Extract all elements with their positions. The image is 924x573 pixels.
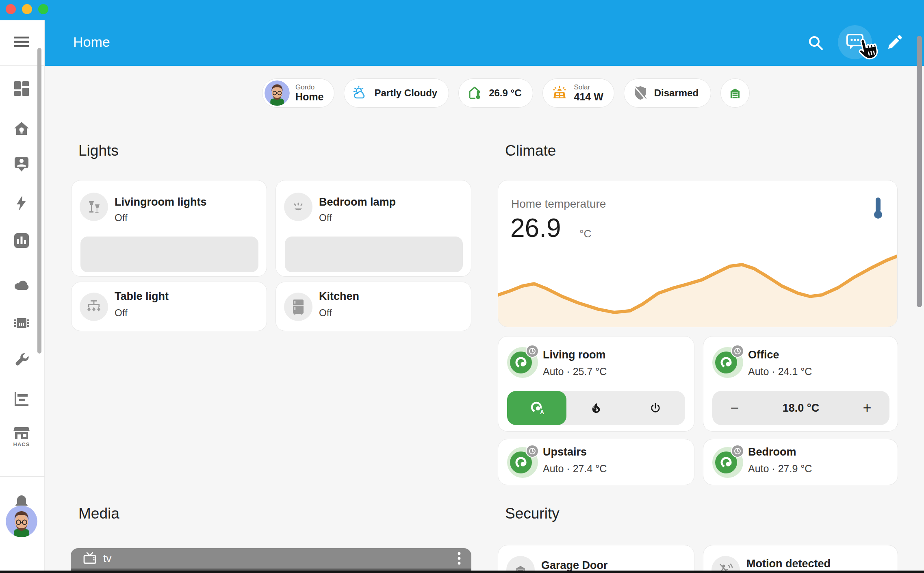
chips-row: GordoHome Partly Cloudy 26.9 °C [262, 78, 750, 108]
menu-hamburger-icon[interactable] [14, 35, 29, 49]
thermostat-state: Auto · 25.7 °C [543, 366, 607, 378]
garage-icon [727, 85, 743, 101]
thermostat-icon-halo [712, 447, 743, 478]
thermostat-card-bedroom[interactable]: Bedroom Auto · 27.9 °C [703, 439, 898, 485]
home-thermometer-icon [467, 85, 483, 101]
light-card-state: Off [115, 212, 128, 224]
light-card-kitchen[interactable]: Kitchen Off [275, 282, 471, 331]
sidebar-item-energy[interactable] [13, 195, 30, 211]
sidebar-item-people[interactable] [13, 156, 30, 172]
temperature-increase-button[interactable]: + [845, 399, 889, 417]
sidebar-item-cloud[interactable] [13, 277, 30, 293]
light-card-table-light[interactable]: Table light Off [71, 282, 267, 331]
temperature-decrease-button[interactable]: − [712, 399, 757, 417]
thermostat-icon-halo [507, 347, 538, 378]
schedule-clock-badge [526, 445, 539, 458]
sidebar-hacs-label: HACS [0, 441, 43, 447]
light-card-bedroom-lamp[interactable]: Bedroom lamp Off [275, 180, 471, 277]
section-heading-climate: Climate [505, 142, 556, 159]
partly-cloudy-icon [352, 85, 369, 101]
thermostat-card-living-room[interactable]: Living room Auto · 25.7 °C A [498, 336, 694, 432]
media-menu-dots-icon[interactable] [458, 551, 461, 566]
thermostat-state: Auto · 27.9 °C [748, 463, 812, 475]
sidebar-scrollbar[interactable] [37, 48, 41, 354]
weather-chip-label: Partly Cloudy [374, 87, 437, 99]
thermostat-state: Auto · 24.1 °C [748, 366, 812, 378]
light-card-state: Off [319, 212, 332, 224]
light-card-title: Bedroom lamp [319, 196, 396, 208]
assist-chat-icon[interactable] [846, 33, 864, 50]
media-player-card[interactable]: tv [71, 548, 471, 573]
media-player-name: tv [103, 552, 111, 565]
person-chip[interactable]: GordoHome [262, 78, 334, 108]
solar-power-icon [551, 85, 568, 102]
edit-dashboard-icon[interactable] [885, 34, 903, 52]
shield-off-icon [632, 85, 649, 101]
svg-text:A: A [540, 409, 544, 415]
page-title: Home [73, 34, 110, 50]
sidebar-item-hacs[interactable] [13, 426, 30, 442]
section-heading-media: Media [78, 505, 119, 522]
security-card-garage-door[interactable]: Garage Door [498, 545, 694, 571]
smiley-lamp-icon [284, 193, 312, 221]
temperature-card-value: 26.9 [510, 213, 561, 243]
brightness-slider[interactable] [80, 237, 258, 272]
garage-chip[interactable] [720, 78, 750, 108]
hvac-mode-selector: A [507, 391, 685, 425]
alarm-chip[interactable]: Disarmed [624, 78, 711, 108]
temperature-card-title: Home temperature [511, 198, 606, 211]
temperature-card-unit: °C [579, 228, 591, 240]
schedule-clock-badge [731, 445, 744, 458]
schedule-clock-badge [526, 345, 539, 358]
hvac-mode-heat-button[interactable] [566, 391, 626, 425]
media-player-header: tv [71, 548, 471, 569]
section-heading-security: Security [505, 505, 560, 522]
sidebar-item-dashboards[interactable] [13, 80, 30, 97]
hvac-mode-off-button[interactable] [626, 391, 685, 425]
temperature-chip-label: 26.9 °C [489, 87, 521, 99]
schedule-clock-badge [731, 345, 744, 358]
target-temperature-value: 18.0 °C [757, 402, 845, 415]
close-button[interactable] [6, 4, 16, 14]
person-chip-name: Gordo [295, 84, 323, 91]
sidebar-item-history[interactable] [13, 232, 30, 249]
thermometer-icon [873, 197, 883, 219]
thermostat-icon-halo [712, 347, 743, 378]
motion-sensor-off-icon [711, 556, 740, 571]
sidebar-item-overview[interactable] [13, 121, 30, 137]
solar-chip[interactable]: Solar414 W [542, 78, 614, 108]
weather-chip[interactable]: Partly Cloudy [344, 78, 449, 108]
temperature-chip[interactable]: 26.9 °C [458, 78, 533, 108]
solar-chip-name: Solar [574, 84, 603, 91]
thermostat-name: Upstairs [543, 446, 587, 458]
security-card-title: Motion detected [746, 558, 831, 570]
security-card-motion[interactable]: Motion detected Off [703, 545, 898, 571]
thermostat-card-upstairs[interactable]: Upstairs Auto · 27.4 °C [498, 439, 694, 485]
sidebar-item-developer-tools[interactable] [13, 352, 30, 369]
zoom-button[interactable] [38, 4, 48, 14]
thermostat-name: Office [748, 349, 779, 361]
thermostat-name: Bedroom [748, 446, 796, 458]
target-temperature-stepper: − 18.0 °C + [712, 391, 889, 425]
brightness-slider[interactable] [285, 237, 463, 272]
light-card-title: Livingroom lights [115, 196, 207, 208]
tv-icon [83, 552, 97, 565]
home-temperature-card[interactable]: Home temperature 26.9 °C [498, 180, 898, 327]
app-window: Home [0, 0, 924, 573]
user-avatar[interactable] [6, 506, 37, 537]
section-heading-lights: Lights [78, 142, 119, 159]
search-icon[interactable] [807, 34, 825, 52]
floor-lamp-icon [80, 193, 108, 221]
light-card-livingroom[interactable]: Livingroom lights Off [71, 180, 267, 277]
page-scrollbar[interactable] [917, 36, 922, 307]
sidebar-item-logbook[interactable] [13, 391, 30, 407]
thermostat-card-office[interactable]: Office Auto · 24.1 °C − 18.0 °C + [703, 336, 898, 432]
window-bottom-edge [0, 571, 924, 573]
person-chip-avatar [265, 80, 290, 106]
hvac-mode-auto-button[interactable]: A [507, 391, 566, 425]
minimize-button[interactable] [22, 4, 32, 14]
sidebar-item-integrations[interactable] [13, 315, 30, 331]
light-card-state: Off [115, 307, 128, 319]
alarm-chip-label: Disarmed [654, 87, 698, 99]
macos-titlebar [0, 0, 924, 20]
